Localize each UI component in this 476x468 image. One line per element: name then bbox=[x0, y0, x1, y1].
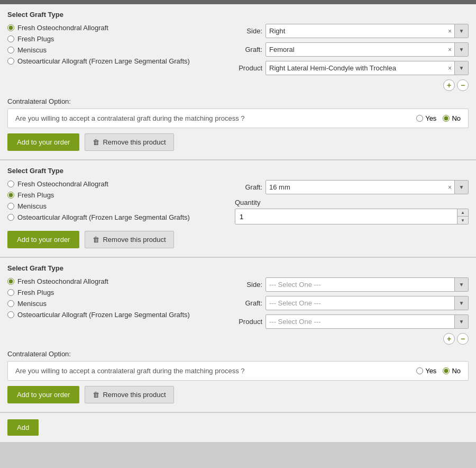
quantity-input[interactable] bbox=[235, 209, 457, 224]
radio-meniscus[interactable]: Meniscus bbox=[7, 46, 230, 54]
no-label-3: No bbox=[452, 367, 461, 375]
radio-osteoarticular-label: Osteoarticular Allograft (Frozen Large S… bbox=[17, 57, 190, 65]
add-to-order-btn-1[interactable]: Add to your order bbox=[7, 133, 79, 151]
no-option-1[interactable]: No bbox=[443, 114, 461, 122]
graft-field-row: Graft: Femoral Tibial × ▼ bbox=[235, 42, 469, 57]
product-dropdown-arrow[interactable]: ▼ bbox=[454, 61, 468, 75]
s3-product-dropdown-arrow[interactable]: ▼ bbox=[454, 315, 468, 328]
quantity-input-wrap: ▲ ▼ bbox=[235, 209, 469, 224]
no-radio-1[interactable] bbox=[443, 115, 450, 122]
section-3-graft-type-group: Fresh Osteochondral Allograft Fresh Plug… bbox=[7, 277, 230, 319]
section-3: Select Graft Type Fresh Osteochondral Al… bbox=[0, 258, 476, 413]
product-clear-icon[interactable]: × bbox=[445, 61, 454, 75]
product-label: Product bbox=[235, 64, 262, 72]
contralateral-box-3: Are you willing to accept a contralatera… bbox=[7, 361, 469, 381]
s2-radio-fresh-plugs-input[interactable] bbox=[7, 192, 14, 199]
remove-label-1: Remove this product bbox=[103, 138, 166, 146]
contralateral-label-1: Contralateral Option: bbox=[7, 97, 469, 105]
quantity-section: Quantity ▲ ▼ bbox=[235, 199, 469, 224]
add-new-btn[interactable]: Add bbox=[7, 419, 39, 436]
page-container: Select Graft Type Fresh Osteochondral Al… bbox=[0, 4, 476, 442]
s3-product-select[interactable]: --- Select One --- bbox=[266, 315, 454, 328]
add-section: Add bbox=[0, 413, 476, 442]
s2-radio-meniscus-input[interactable] bbox=[7, 203, 14, 210]
radio-fresh-osteochondral-input[interactable] bbox=[7, 24, 14, 31]
product-select[interactable]: Right Lateral Hemi-Condyle with Trochlea bbox=[266, 61, 445, 75]
qty-up-btn[interactable]: ▲ bbox=[457, 209, 468, 217]
section-1-graft-type-group: Fresh Osteochondral Allograft Fresh Plug… bbox=[7, 24, 230, 65]
remove-product-btn-2[interactable]: 🗑 Remove this product bbox=[85, 231, 173, 248]
remove-product-btn-1[interactable]: 🗑 Remove this product bbox=[85, 133, 173, 151]
yes-radio-3[interactable] bbox=[416, 367, 423, 374]
s2-radio-osteoarticular-input[interactable] bbox=[7, 214, 14, 221]
s3-radio-osteoarticular[interactable]: Osteoarticular Allograft (Frozen Large S… bbox=[7, 311, 230, 319]
radio-fresh-plugs[interactable]: Fresh Plugs bbox=[7, 35, 230, 43]
yes-no-group-3: Yes No bbox=[416, 367, 461, 375]
s3-side-select[interactable]: --- Select One --- Right Left bbox=[266, 278, 454, 291]
section-1-left: Fresh Osteochondral Allograft Fresh Plug… bbox=[7, 24, 230, 92]
radio-fresh-osteochondral[interactable]: Fresh Osteochondral Allograft bbox=[7, 24, 230, 32]
section-1-right: Side: Right Left × ▼ Graft: Femora bbox=[230, 24, 469, 92]
radio-fresh-plugs-label: Fresh Plugs bbox=[17, 35, 54, 43]
s3-radio-fresh-plugs[interactable]: Fresh Plugs bbox=[7, 289, 230, 296]
radio-osteoarticular-input[interactable] bbox=[7, 58, 14, 65]
yes-option-3[interactable]: Yes bbox=[416, 367, 436, 375]
add-to-order-btn-2[interactable]: Add to your order bbox=[7, 231, 79, 248]
collapse-btn-1[interactable]: − bbox=[457, 79, 469, 91]
collapse-btn-3[interactable]: − bbox=[457, 333, 469, 345]
s3-radio-fresh-osteochondral[interactable]: Fresh Osteochondral Allograft bbox=[7, 277, 230, 285]
qty-down-btn[interactable]: ▼ bbox=[457, 217, 468, 224]
side-select[interactable]: Right Left bbox=[266, 24, 445, 38]
s3-radio-fresh-osteochondral-input[interactable] bbox=[7, 278, 14, 285]
side-dropdown-arrow[interactable]: ▼ bbox=[454, 24, 468, 38]
top-bar bbox=[0, 0, 476, 4]
graft-dropdown-arrow[interactable]: ▼ bbox=[454, 43, 468, 56]
s2-graft-select[interactable]: 16 mm 18 mm 20 mm bbox=[266, 181, 445, 194]
yes-no-group-1: Yes No bbox=[416, 114, 461, 122]
s3-graft-select[interactable]: --- Select One --- bbox=[266, 296, 454, 310]
s2-radio-fresh-osteochondral[interactable]: Fresh Osteochondral Allograft bbox=[7, 180, 230, 188]
s2-radio-meniscus[interactable]: Meniscus bbox=[7, 202, 230, 210]
yes-radio-1[interactable] bbox=[416, 115, 423, 122]
action-row-3: Add to your order 🗑 Remove this product bbox=[7, 386, 469, 403]
s2-radio-fresh-plugs[interactable]: Fresh Plugs bbox=[7, 191, 230, 199]
s3-radio-osteoarticular-label: Osteoarticular Allograft (Frozen Large S… bbox=[17, 311, 190, 319]
section-2-left: Fresh Osteochondral Allograft Fresh Plug… bbox=[7, 180, 230, 224]
remove-product-btn-3[interactable]: 🗑 Remove this product bbox=[85, 386, 173, 403]
s3-radio-osteoarticular-input[interactable] bbox=[7, 311, 14, 318]
radio-osteoarticular[interactable]: Osteoarticular Allograft (Frozen Large S… bbox=[7, 57, 230, 65]
graft-select[interactable]: Femoral Tibial bbox=[266, 43, 445, 56]
contralateral-question-1: Are you willing to accept a contralatera… bbox=[15, 114, 408, 122]
s3-product-field-row: Product --- Select One --- ▼ bbox=[235, 314, 469, 329]
expand-btn-1[interactable]: + bbox=[443, 79, 455, 91]
s3-radio-fresh-osteochondral-label: Fresh Osteochondral Allograft bbox=[17, 277, 108, 285]
s3-radio-meniscus[interactable]: Meniscus bbox=[7, 300, 230, 308]
yes-option-1[interactable]: Yes bbox=[416, 114, 436, 122]
s2-radio-fresh-osteochondral-input[interactable] bbox=[7, 181, 14, 187]
radio-fresh-plugs-input[interactable] bbox=[7, 35, 14, 42]
section-2-right: Graft: 16 mm 18 mm 20 mm × ▼ Quantity bbox=[230, 180, 469, 224]
section-2-graft-type-group: Fresh Osteochondral Allograft Fresh Plug… bbox=[7, 180, 230, 221]
s3-radio-fresh-plugs-input[interactable] bbox=[7, 289, 14, 296]
s3-product-label: Product bbox=[235, 318, 262, 326]
yes-label-1: Yes bbox=[425, 114, 436, 122]
radio-meniscus-label: Meniscus bbox=[17, 46, 47, 54]
s2-graft-dropdown-arrow[interactable]: ▼ bbox=[454, 181, 468, 194]
s3-side-dropdown-arrow[interactable]: ▼ bbox=[454, 278, 468, 291]
section-1: Select Graft Type Fresh Osteochondral Al… bbox=[0, 4, 476, 160]
s2-radio-osteoarticular[interactable]: Osteoarticular Allograft (Frozen Large S… bbox=[7, 213, 230, 221]
action-row-2: Add to your order 🗑 Remove this product bbox=[7, 231, 469, 248]
s2-graft-clear-icon[interactable]: × bbox=[445, 181, 454, 194]
s3-radio-meniscus-label: Meniscus bbox=[17, 300, 47, 308]
s2-radio-fresh-osteochondral-label: Fresh Osteochondral Allograft bbox=[17, 180, 108, 188]
radio-meniscus-input[interactable] bbox=[7, 47, 14, 53]
s3-graft-dropdown-arrow[interactable]: ▼ bbox=[454, 296, 468, 310]
graft-clear-icon[interactable]: × bbox=[445, 43, 454, 56]
s3-radio-meniscus-input[interactable] bbox=[7, 300, 14, 307]
add-to-order-btn-3[interactable]: Add to your order bbox=[7, 386, 79, 403]
side-field-row: Side: Right Left × ▼ bbox=[235, 24, 469, 38]
no-option-3[interactable]: No bbox=[443, 367, 461, 375]
side-clear-icon[interactable]: × bbox=[445, 24, 454, 38]
no-radio-3[interactable] bbox=[443, 367, 450, 374]
expand-btn-3[interactable]: + bbox=[443, 333, 455, 345]
